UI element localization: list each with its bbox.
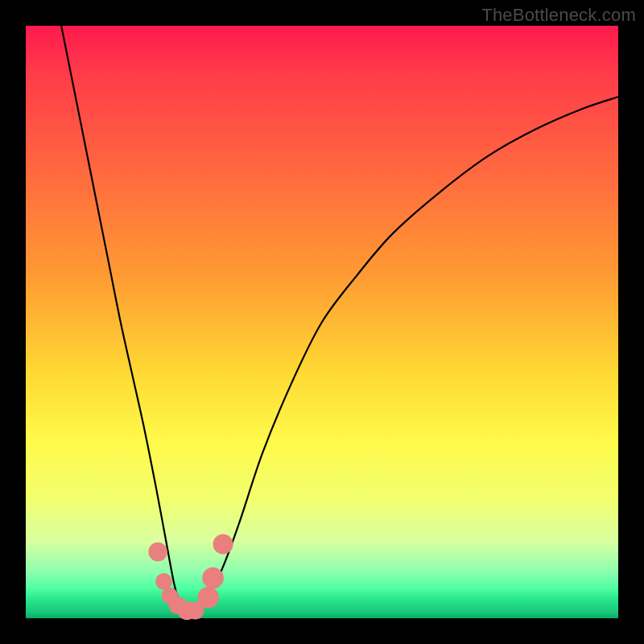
data-point xyxy=(213,534,233,554)
data-point-markers xyxy=(148,534,233,620)
data-point xyxy=(197,587,218,608)
data-point xyxy=(155,573,172,590)
data-point xyxy=(202,568,223,588)
curve-layer xyxy=(26,26,618,618)
watermark-label: TheBottleneck.com xyxy=(481,5,636,26)
plot-area xyxy=(26,26,618,618)
bottleneck-curve xyxy=(61,26,618,612)
data-point xyxy=(148,543,167,562)
chart-frame: TheBottleneck.com xyxy=(0,0,644,644)
